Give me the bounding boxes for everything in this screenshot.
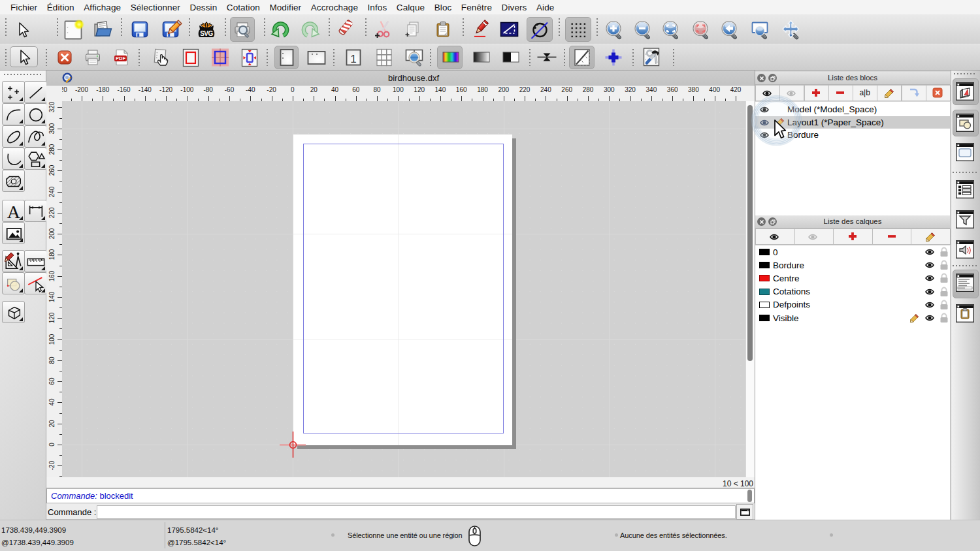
svg-text:SVG: SVG	[200, 30, 213, 37]
svg-text:1: 1	[350, 53, 356, 65]
svg-text:PDF: PDF	[116, 55, 125, 61]
